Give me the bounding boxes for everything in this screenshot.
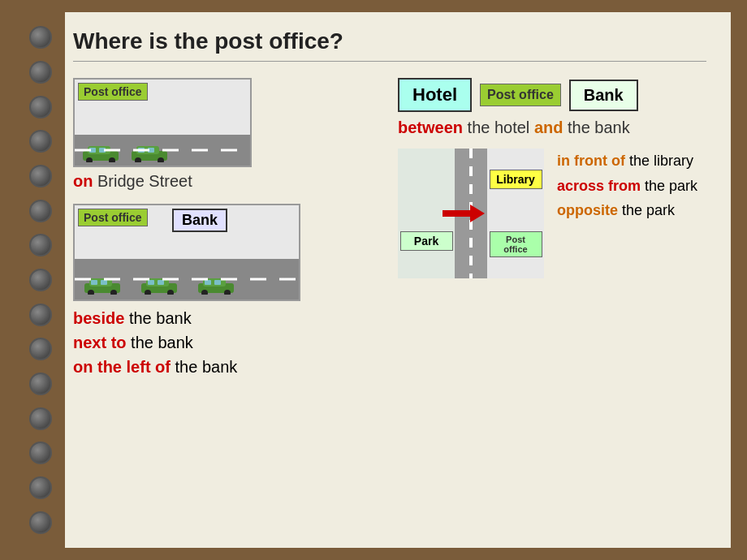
spiral-ring [29, 304, 52, 326]
between-rest: the hotel [463, 118, 534, 136]
svg-rect-1 [88, 146, 110, 154]
svg-rect-30 [443, 210, 472, 217]
spiral-ring [29, 130, 52, 153]
across-from-highlight: across from [557, 178, 641, 194]
post-office-box-right: Post office [490, 231, 542, 257]
car-right-icon [130, 143, 169, 162]
on-bridge-rest: Bridge Street [93, 172, 192, 190]
page-title: Where is the post office? [73, 28, 706, 54]
svg-rect-10 [138, 148, 145, 153]
car-bottom-left-3-icon [196, 275, 235, 295]
spiral-ring [29, 96, 52, 118]
beside-caption: beside the bank next to the bank on the … [73, 306, 382, 379]
svg-rect-29 [214, 280, 221, 285]
across-from-rest: the park [641, 178, 697, 194]
street-diagram: Park Library Post office [398, 149, 544, 278]
hotel-row: Hotel Post office Bank [398, 78, 706, 112]
beside-highlight: beside [73, 309, 124, 327]
post-office-box-top-right: Post office [480, 84, 561, 106]
left-column: Post office Bridge Street [73, 78, 382, 516]
spiral-ring [29, 200, 52, 222]
park-box: Park [400, 231, 453, 251]
opposite-highlight: opposite [557, 202, 618, 218]
car-bottom-left-1-icon [83, 275, 122, 295]
svg-rect-11 [148, 148, 154, 153]
car-bottom-left-2-icon [140, 275, 179, 295]
library-box: Library [490, 170, 542, 189]
between-caption: between the hotel and the bank [398, 118, 706, 137]
next-to-highlight: next to [73, 334, 127, 351]
spiral-binding [16, 12, 65, 548]
svg-rect-28 [205, 280, 211, 285]
spiral-ring [29, 61, 52, 84]
in-front-line: in front of the library [557, 149, 697, 174]
in-front-captions: in front of the library across from the … [557, 149, 697, 278]
opposite-line: opposite the park [557, 198, 697, 223]
on-bridge-street-caption: on Bridge Street [73, 172, 382, 191]
bank-label-bottom-left: Bank [172, 209, 227, 232]
spiral-ring [29, 269, 52, 291]
next-to-rest: the bank [127, 334, 193, 351]
on-left-of-line: on the left of the bank [73, 355, 382, 379]
in-front-rest: the library [625, 153, 693, 169]
spiral-ring [29, 234, 52, 256]
diagram-right-side: Library Post office [487, 149, 544, 278]
content-grid: Post office Bridge Street [73, 78, 706, 516]
svg-rect-22 [148, 280, 154, 285]
between-highlight: between [398, 118, 463, 136]
spiral-ring [29, 26, 52, 49]
hotel-box: Hotel [398, 78, 472, 112]
beside-line: beside the bank [73, 306, 382, 330]
on-left-of-rest: the bank [171, 358, 237, 376]
spiral-ring [29, 476, 52, 499]
spiral-ring [29, 373, 52, 395]
right-column: Hotel Post office Bank between the hotel… [398, 78, 706, 516]
svg-rect-16 [91, 280, 97, 285]
section-in-front-of: Park Library Post office [398, 149, 706, 278]
notebook: Where is the post office? Post office Br… [16, 12, 731, 548]
on-highlight: on [73, 172, 93, 190]
on-left-of-highlight: on the left of [73, 358, 171, 376]
spiral-ring [29, 407, 52, 430]
and-highlight: and [534, 118, 563, 136]
and-rest: the bank [563, 118, 629, 136]
beside-rest: the bank [124, 309, 191, 327]
bank-box-top-right: Bank [569, 80, 638, 111]
bridge-street-box: Post office Bridge Street [73, 78, 252, 167]
svg-marker-31 [470, 205, 485, 222]
opposite-rest: the park [618, 202, 675, 218]
arrow-right-icon [443, 205, 485, 222]
road-strip-2 [75, 259, 299, 299]
post-office-label-top: Post office [78, 83, 148, 101]
direction-arrow [443, 205, 485, 222]
in-front-highlight: in front of [557, 153, 625, 169]
car-left-icon [81, 143, 120, 162]
spiral-ring [29, 338, 52, 360]
road-strip [75, 135, 250, 166]
divider [73, 61, 706, 62]
svg-rect-23 [158, 280, 164, 285]
spiral-ring [29, 442, 52, 464]
svg-rect-4 [89, 148, 96, 153]
section-beside-bank: Post office Bank [73, 204, 382, 379]
next-to-line: next to the bank [73, 330, 382, 355]
svg-rect-7 [136, 146, 159, 154]
svg-rect-17 [101, 280, 107, 285]
page: Where is the post office? Post office Br… [65, 12, 731, 548]
section-between-hotel-bank: Hotel Post office Bank between the hotel… [398, 78, 706, 137]
section-on-bridge-street: Post office Bridge Street [73, 78, 382, 191]
bank-scene-box: Post office Bank [73, 204, 300, 301]
across-from-line: across from the park [557, 174, 697, 199]
svg-rect-5 [99, 148, 106, 153]
spiral-ring [29, 165, 52, 187]
post-office-label-bottom-left: Post office [78, 209, 148, 226]
spiral-ring [29, 511, 52, 534]
